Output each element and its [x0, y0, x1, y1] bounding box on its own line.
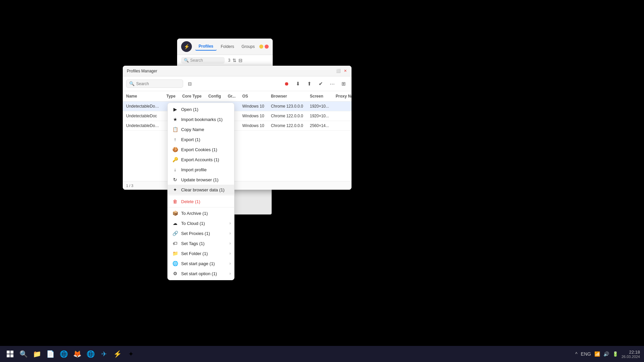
cell-os: Windows 10 — [239, 111, 267, 121]
bg-tab-groups[interactable]: Groups — [238, 43, 258, 50]
table-row[interactable]: UndetectableDoc_2 D... 5677... Windows 1… — [123, 121, 352, 131]
col-group[interactable]: Gr... — [224, 91, 239, 102]
menu-item-set-folder[interactable]: 📁 Set Folder (1) › — [168, 248, 234, 258]
telegram-btn[interactable]: ✈ — [98, 348, 110, 360]
bg-search-box[interactable]: 🔍 Search — [181, 57, 225, 64]
submenu-arrow: › — [229, 261, 231, 266]
menu-item-set-proxies[interactable]: 🔗 Set Proxies (1) › — [168, 228, 234, 238]
menu-item-set-tags[interactable]: 🏷 Set Tags (1) › — [168, 238, 234, 248]
bg-tab-profiles[interactable]: Profiles — [195, 43, 217, 51]
bg-minimize-btn[interactable] — [259, 45, 263, 49]
profiles-manager-window: Profiles Manager ⬜ ✕ 🔍 ⊟ ⏺ ⬇ ⬆ ✔ ⋯ — [123, 66, 352, 190]
menu-label-to-archive: To Archive (1) — [181, 211, 229, 216]
menu-item-update-browser[interactable]: ↻ Update browser (1) — [168, 175, 234, 185]
menu-icon-set-proxies: 🔗 — [172, 231, 178, 236]
menu-item-import-bookmarks[interactable]: ★ Import bookmarks (1) — [168, 114, 234, 124]
menu-item-open[interactable]: ▶ Open (1) — [168, 104, 234, 114]
status-bar: 1 / 3 — [123, 181, 352, 190]
upload-btn[interactable]: ⬆ — [305, 79, 314, 88]
files-btn[interactable]: 📄 — [44, 348, 56, 360]
app2-btn[interactable]: ✦ — [125, 348, 137, 360]
file-explorer-btn[interactable]: 📁 — [31, 348, 43, 360]
record-btn[interactable]: ⏺ — [282, 79, 291, 88]
submenu-arrow: › — [229, 251, 231, 256]
menu-label-delete: Delete (1) — [181, 199, 229, 204]
menu-item-to-cloud[interactable]: ☁ To Cloud (1) › — [168, 218, 234, 228]
columns-icon: ⊞ — [341, 81, 346, 87]
menu-item-clear-browser-data[interactable]: ✦ Clear browser data (1) — [168, 185, 234, 195]
cell-browser: Chrome 122.0.0.0 — [268, 111, 307, 121]
bg-sort-icon[interactable]: ⇅ — [232, 58, 236, 63]
menu-label-set-start-option: Set start option (1) — [181, 271, 229, 276]
status-count: 1 / 3 — [126, 184, 133, 188]
menu-item-import-profile[interactable]: ↓ Import profile — [168, 165, 234, 175]
bg-close-btn[interactable] — [265, 45, 269, 49]
menu-icon-import-profile: ↓ — [172, 167, 178, 172]
browser2-btn[interactable]: 🦊 — [71, 348, 83, 360]
menu-label-set-tags: Set Tags (1) — [181, 241, 229, 246]
check-btn[interactable]: ✔ — [316, 79, 325, 88]
table-row[interactable]: UndetectableDoc-3 5803... Windows 10 Chr… — [123, 102, 352, 111]
menu-icon-to-cloud: ☁ — [172, 221, 178, 226]
col-os[interactable]: OS — [239, 91, 267, 102]
menu-item-copy-name[interactable]: 📋 Copy Name — [168, 124, 234, 134]
filter-btn[interactable]: ⊟ — [185, 79, 195, 88]
menu-item-delete[interactable]: 🗑 Delete (1) — [168, 196, 234, 206]
menu-icon-set-folder: 📁 — [172, 251, 178, 256]
more-btn[interactable]: ⋯ — [327, 79, 337, 88]
menu-icon-export-cookies: 🍪 — [172, 147, 178, 152]
menu-item-set-start-page[interactable]: 🌐 Set start page (1) › — [168, 258, 234, 268]
menu-icon-set-start-page: 🌐 — [172, 261, 178, 266]
columns-btn[interactable]: ⊞ — [339, 79, 348, 88]
svg-rect-3 — [10, 354, 13, 357]
restore-btn[interactable]: ⬜ — [336, 69, 341, 73]
submenu-arrow: › — [229, 221, 231, 226]
bg-titlebar: ⚡ Profiles Folders Groups — [177, 39, 273, 55]
col-screen[interactable]: Screen — [307, 91, 332, 102]
menu-item-export-cookies[interactable]: 🍪 Export Cookies (1) — [168, 144, 234, 155]
menu-icon-delete: 🗑 — [172, 199, 178, 204]
menu-icon-import-bookmarks: ★ — [172, 117, 178, 122]
menu-icon-export-accounts: 🔑 — [172, 157, 178, 162]
taskbar-clock[interactable]: 22:18 26.03.2024 — [622, 350, 640, 359]
menu-label-copy-name: Copy Name — [181, 127, 229, 132]
col-config[interactable]: Config — [205, 91, 224, 102]
search-box[interactable]: 🔍 — [126, 79, 183, 88]
download-btn[interactable]: ⬇ — [293, 79, 303, 88]
search-input[interactable] — [136, 81, 180, 86]
wifi-icon[interactable]: 📶 — [594, 351, 600, 357]
window-controls: ⬜ ✕ — [336, 69, 347, 73]
bg-filter-icon[interactable]: ⊟ — [238, 58, 243, 63]
more-icon: ⋯ — [330, 81, 335, 87]
menu-label-import-profile: Import profile — [181, 167, 229, 172]
search-taskbar-btn[interactable]: 🔍 — [17, 348, 30, 360]
col-name[interactable]: Name — [123, 91, 163, 102]
menu-label-export-cookies: Export Cookies (1) — [181, 147, 229, 152]
profiles-table: Name Type Core Type Config Gr... OS Brow… — [123, 91, 352, 131]
browser3-btn[interactable]: 🌐 — [85, 348, 97, 360]
battery-icon[interactable]: 🔋 — [612, 351, 618, 357]
app1-btn[interactable]: ⚡ — [111, 348, 123, 360]
menu-icon-set-start-option: ⚙ — [172, 271, 178, 276]
col-core-type[interactable]: Core Type — [179, 91, 205, 102]
start-btn[interactable] — [4, 348, 16, 360]
col-proxy-name[interactable]: Proxy Name — [332, 91, 352, 102]
col-browser[interactable]: Browser — [268, 91, 307, 102]
search-icon: 🔍 — [129, 81, 135, 86]
bg-tabs: Profiles Folders Groups — [195, 43, 258, 51]
chrome-btn[interactable]: 🌐 — [58, 348, 70, 360]
chevron-up-icon[interactable]: ^ — [575, 351, 578, 357]
col-type[interactable]: Type — [163, 91, 179, 102]
cell-browser: Chrome 123.0.0.0 — [268, 102, 307, 111]
close-btn[interactable]: ✕ — [343, 69, 347, 73]
table-row[interactable]: UndetectableDoc D... 5677... Windows 10 … — [123, 111, 352, 121]
volume-icon[interactable]: 🔊 — [603, 351, 609, 357]
menu-item-export[interactable]: ↑ Export (1) — [168, 134, 234, 144]
menu-item-set-start-option[interactable]: ⚙ Set start option (1) › — [168, 268, 234, 279]
menu-item-to-archive[interactable]: 📦 To Archive (1) — [168, 208, 234, 218]
bg-tab-folders[interactable]: Folders — [217, 43, 237, 50]
menu-item-export-accounts[interactable]: 🔑 Export Accounts (1) — [168, 155, 234, 165]
bg-app-logo: ⚡ — [181, 41, 192, 52]
menu-label-set-folder: Set Folder (1) — [181, 251, 229, 256]
download-icon: ⬇ — [296, 81, 300, 87]
